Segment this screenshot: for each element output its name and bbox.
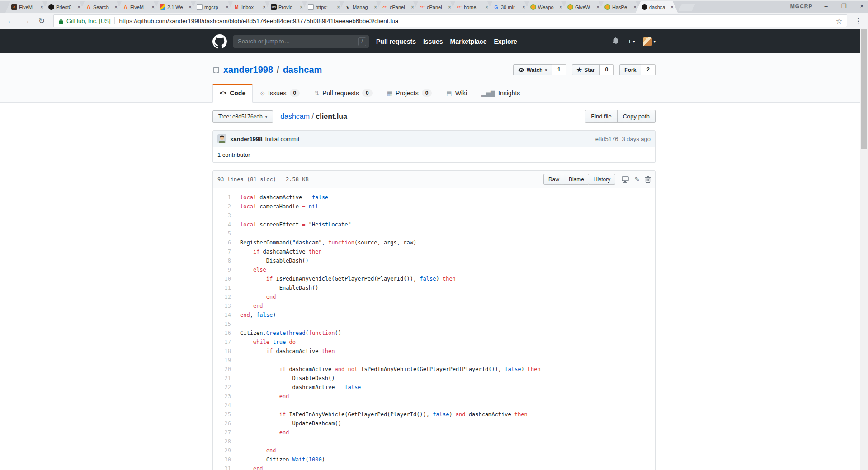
watch-button[interactable]: Watch ▾ bbox=[513, 64, 552, 75]
create-new-dropdown[interactable]: + ▾ bbox=[627, 38, 635, 45]
line-number[interactable]: 4 bbox=[213, 220, 236, 229]
browser-tab[interactable]: HasPe × bbox=[599, 1, 641, 13]
open-in-desktop-icon[interactable] bbox=[622, 176, 629, 183]
line-number[interactable]: 2 bbox=[213, 202, 236, 211]
blame-button[interactable]: Blame bbox=[564, 174, 589, 185]
line-number[interactable]: 24 bbox=[213, 401, 236, 410]
browser-tab[interactable]: cP cPanel × bbox=[413, 1, 455, 13]
tab-close-icon[interactable]: × bbox=[188, 4, 192, 10]
edit-pencil-icon[interactable]: ✎ bbox=[634, 176, 640, 183]
commit-author-avatar[interactable] bbox=[217, 134, 226, 143]
line-number[interactable]: 23 bbox=[213, 392, 236, 401]
line-number[interactable]: 12 bbox=[213, 292, 236, 301]
line-number[interactable]: 19 bbox=[213, 356, 236, 365]
tab-close-icon[interactable]: × bbox=[522, 4, 526, 10]
repo-tab-projects[interactable]: ▦ Projects 0 bbox=[380, 84, 439, 103]
line-number[interactable]: 3 bbox=[213, 211, 236, 220]
refresh-icon[interactable]: ↻ bbox=[35, 16, 48, 26]
line-number[interactable]: 20 bbox=[213, 365, 236, 374]
new-tab-button[interactable] bbox=[678, 4, 695, 11]
commit-sha[interactable]: e8d5176 bbox=[595, 136, 618, 142]
tab-close-icon[interactable]: × bbox=[559, 4, 563, 10]
browser-tab[interactable]: Λ FiveM × bbox=[5, 1, 47, 13]
tab-close-icon[interactable]: × bbox=[485, 4, 489, 10]
repo-tab-insights[interactable]: ▂▅▇ Insights bbox=[474, 84, 527, 103]
browser-tab[interactable]: cP home. × bbox=[450, 1, 492, 13]
line-number[interactable]: 13 bbox=[213, 301, 236, 310]
user-menu[interactable]: ▾ bbox=[643, 37, 656, 46]
browser-tab[interactable]: Λ Search × bbox=[80, 1, 122, 13]
security-badge[interactable]: GitHub, Inc. [US] bbox=[66, 18, 111, 24]
star-count[interactable]: 0 bbox=[600, 64, 614, 75]
commit-author[interactable]: xander1998 bbox=[230, 136, 263, 142]
scrollbar-thumb[interactable] bbox=[861, 29, 867, 149]
star-button[interactable]: ★ Star bbox=[572, 64, 600, 75]
line-number[interactable]: 9 bbox=[213, 265, 236, 274]
tab-close-icon[interactable]: × bbox=[596, 4, 600, 10]
line-number[interactable]: 6 bbox=[213, 238, 236, 247]
tab-close-icon[interactable]: × bbox=[410, 4, 415, 10]
tab-close-icon[interactable]: × bbox=[336, 4, 340, 10]
forward-icon[interactable]: → bbox=[20, 16, 33, 25]
line-number[interactable]: 28 bbox=[213, 437, 236, 446]
repo-tab-issues[interactable]: ⊙ Issues 0 bbox=[253, 84, 307, 103]
browser-tab[interactable]: M Inbox × bbox=[228, 1, 270, 13]
page-scrollbar[interactable] bbox=[860, 29, 868, 470]
watch-count[interactable]: 1 bbox=[552, 64, 566, 75]
fork-count[interactable]: 2 bbox=[641, 64, 656, 75]
window-maximize-button[interactable]: ❐ bbox=[841, 3, 847, 9]
window-minimize-button[interactable]: – bbox=[825, 3, 828, 9]
github-nav-marketplace[interactable]: Marketplace bbox=[450, 38, 487, 45]
line-number[interactable]: 17 bbox=[213, 338, 236, 347]
line-number[interactable]: 30 bbox=[213, 455, 236, 464]
line-number[interactable]: 5 bbox=[213, 229, 236, 238]
fork-button[interactable]: Fork bbox=[619, 64, 641, 75]
line-number[interactable]: 27 bbox=[213, 428, 236, 437]
line-number[interactable]: 10 bbox=[213, 274, 236, 283]
tab-close-icon[interactable]: × bbox=[299, 4, 303, 10]
tab-close-icon[interactable]: × bbox=[40, 4, 44, 10]
tab-close-icon[interactable]: × bbox=[633, 4, 637, 10]
tab-close-icon[interactable]: × bbox=[373, 4, 377, 10]
browser-tab[interactable]: https: × bbox=[302, 1, 344, 13]
branch-selector-button[interactable]: Tree: e8d5176eeb ▾ bbox=[212, 110, 273, 123]
browser-tab[interactable]: G 30 mir × bbox=[487, 1, 529, 13]
line-number[interactable]: 11 bbox=[213, 283, 236, 292]
line-number[interactable]: 1 bbox=[213, 193, 236, 202]
contributors-bar[interactable]: 1 contributor bbox=[212, 147, 656, 163]
line-number[interactable]: 31 bbox=[213, 464, 236, 470]
line-number[interactable]: 22 bbox=[213, 383, 236, 392]
line-number[interactable]: 16 bbox=[213, 329, 236, 338]
line-number[interactable]: 18 bbox=[213, 347, 236, 356]
bookmark-star-icon[interactable]: ☆ bbox=[836, 17, 842, 25]
line-number[interactable]: 7 bbox=[213, 247, 236, 256]
url-text[interactable]: https://github.com/xander1998/dashcam/bl… bbox=[119, 18, 832, 24]
browser-tab[interactable]: cP cPanel × bbox=[376, 1, 418, 13]
tab-close-icon[interactable]: × bbox=[77, 4, 81, 10]
line-number[interactable]: 26 bbox=[213, 419, 236, 428]
github-nav-pull-requests[interactable]: Pull requests bbox=[376, 38, 416, 45]
line-number[interactable]: 8 bbox=[213, 256, 236, 265]
browser-tab[interactable]: dashca × bbox=[636, 1, 678, 13]
notifications-bell-icon[interactable] bbox=[612, 37, 619, 46]
line-number[interactable]: 14 bbox=[213, 310, 236, 320]
tab-close-icon[interactable]: × bbox=[262, 4, 266, 10]
line-number[interactable]: 29 bbox=[213, 446, 236, 455]
browser-menu-icon[interactable]: ⋮ bbox=[853, 16, 863, 26]
tab-close-icon[interactable]: × bbox=[151, 4, 155, 10]
browser-tab[interactable]: Weapo × bbox=[524, 1, 566, 13]
commit-message[interactable]: Initial commit bbox=[265, 136, 300, 142]
github-nav-explore[interactable]: Explore bbox=[494, 38, 517, 45]
browser-tab[interactable]: mgcrp × bbox=[191, 1, 233, 13]
repo-name-link[interactable]: dashcam bbox=[283, 65, 322, 75]
find-file-button[interactable]: Find file bbox=[585, 110, 618, 123]
tab-close-icon[interactable]: × bbox=[670, 4, 674, 10]
browser-tab[interactable]: Priest0 × bbox=[42, 1, 85, 13]
line-number[interactable]: 15 bbox=[213, 320, 236, 329]
repo-owner-link[interactable]: xander1998 bbox=[223, 65, 273, 75]
github-search-input[interactable] bbox=[233, 35, 369, 48]
browser-tab[interactable]: V Manag × bbox=[339, 1, 381, 13]
breadcrumb-repo-link[interactable]: dashcam bbox=[280, 113, 310, 120]
line-number[interactable]: 21 bbox=[213, 374, 236, 383]
history-button[interactable]: History bbox=[589, 174, 615, 185]
